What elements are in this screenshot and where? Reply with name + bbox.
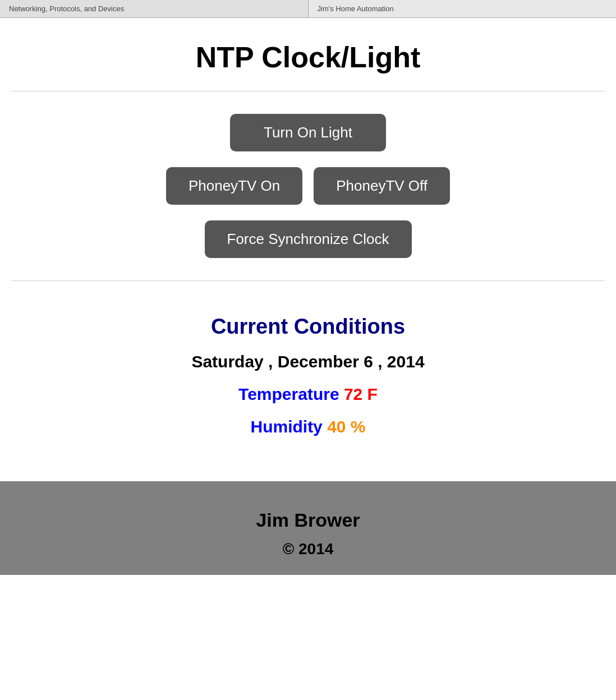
humidity-label: Humidity: [250, 417, 327, 436]
conditions-date: Saturday , December 6 , 2014: [191, 352, 424, 371]
footer-copyright: © 2014: [283, 540, 334, 558]
temperature-value: 72 F: [344, 385, 378, 403]
footer: Jim Brower © 2014: [0, 481, 616, 575]
tab-left-label: Networking, Protocols, and Devices: [9, 4, 124, 13]
tab-left[interactable]: Networking, Protocols, and Devices: [0, 0, 309, 17]
buttons-section: Turn On Light PhoneyTV On PhoneyTV Off F…: [11, 114, 605, 258]
top-divider: [11, 91, 605, 91]
main-content: NTP Clock/Light Turn On Light PhoneyTV O…: [0, 18, 616, 464]
phoney-tv-on-button[interactable]: PhoneyTV On: [166, 167, 302, 205]
tab-right[interactable]: Jim's Home Automation: [309, 0, 617, 17]
force-sync-button[interactable]: Force Synchronize Clock: [205, 220, 412, 258]
footer-name: Jim Brower: [256, 509, 360, 531]
bottom-divider: [11, 280, 605, 281]
phoney-tv-off-button[interactable]: PhoneyTV Off: [314, 167, 450, 205]
conditions-title: Current Conditions: [211, 315, 405, 339]
tab-right-label: Jim's Home Automation: [318, 4, 394, 13]
conditions-temperature: Temperature 72 F: [238, 385, 378, 404]
tab-bar: Networking, Protocols, and Devices Jim's…: [0, 0, 616, 18]
conditions-humidity: Humidity 40 %: [250, 417, 365, 436]
page-title: NTP Clock/Light: [196, 40, 421, 74]
humidity-value: 40 %: [327, 417, 365, 436]
temperature-label: Temperature: [238, 385, 344, 403]
phoney-tv-row: PhoneyTV On PhoneyTV Off: [166, 167, 450, 205]
conditions-section: Current Conditions Saturday , December 6…: [11, 303, 605, 448]
turn-on-light-button[interactable]: Turn On Light: [230, 114, 386, 151]
